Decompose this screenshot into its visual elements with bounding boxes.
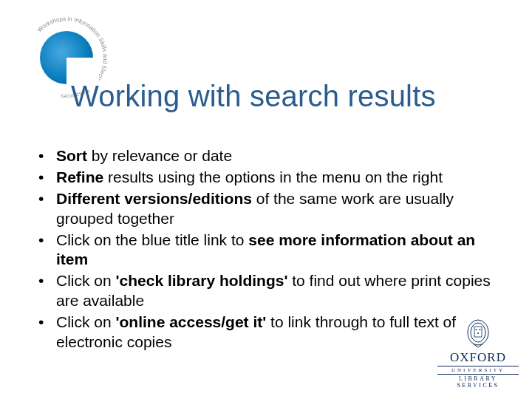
oxford-line-library: LIBRARY <box>437 375 519 382</box>
bullet-list: Sort by relevance or date Refine results… <box>35 146 497 354</box>
oxford-line-services: SERVICES <box>437 382 519 389</box>
bullet-item: Click on 'online access/get it' to link … <box>35 313 497 352</box>
slide-title: Working with search results <box>71 80 436 113</box>
bullet-bold: 'online access/get it' <box>116 313 267 330</box>
bullet-text: results using the options in the menu on… <box>103 168 443 185</box>
svg-point-3 <box>476 329 477 330</box>
bullet-text: by relevance or date <box>87 147 232 164</box>
bullet-bold: 'check library holdings' <box>116 272 288 289</box>
bullet-item: Different versions/editions of the same … <box>35 189 497 229</box>
oxford-footer-logo: OXFORD UNIVERSITY LIBRARY SERVICES <box>437 319 519 389</box>
bullet-text: Click on <box>56 313 116 330</box>
oxford-line-university: UNIVERSITY <box>437 366 519 375</box>
svg-point-4 <box>480 329 481 330</box>
oxford-crest-icon <box>466 319 491 349</box>
bullet-text: Click on <box>56 272 116 289</box>
svg-point-5 <box>477 332 479 334</box>
bullet-bold: Different versions/editions <box>56 190 252 207</box>
bullet-item: Click on 'check library holdings' to fin… <box>35 271 497 311</box>
bullet-item: Click on the blue title link to see more… <box>35 231 497 270</box>
bullet-bold: Refine <box>56 168 103 185</box>
bullet-item: Refine results using the options in the … <box>35 168 497 188</box>
bullet-item: Sort by relevance or date <box>35 146 497 166</box>
svg-rect-2 <box>474 327 482 337</box>
bullet-bold: Sort <box>56 147 87 164</box>
oxford-wordmark: OXFORD <box>437 350 519 365</box>
bullet-text: Click on the blue title link to <box>56 231 248 248</box>
